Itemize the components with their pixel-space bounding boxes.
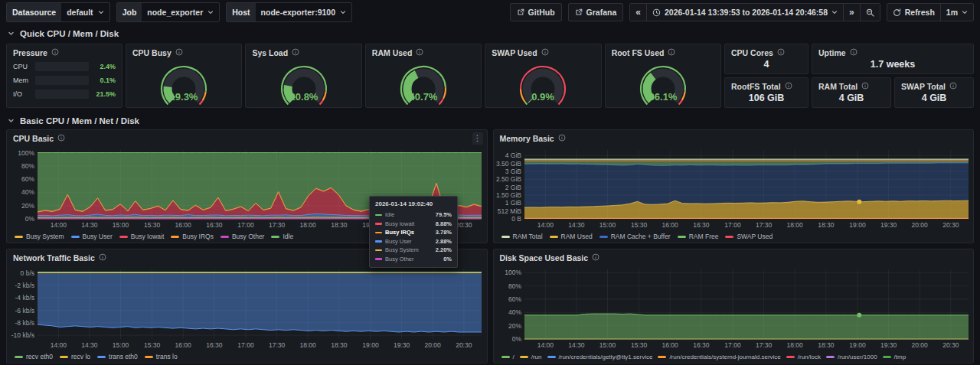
info-icon[interactable] — [292, 48, 299, 57]
tooltip-series-label: Busy IRQs — [385, 229, 433, 236]
legend-item[interactable]: /run/credentials/systemd-journald.servic… — [658, 354, 780, 360]
svg-text:15:00: 15:00 — [599, 221, 616, 229]
network-traffic-chart[interactable]: 0 b/s-2 kb/s-4 kb/s-6 kb/s-8 kb/s-10 kb/… — [8, 266, 483, 349]
variable-value[interactable]: node-exporter:9100 — [256, 3, 351, 21]
svg-text:20:30: 20:30 — [942, 221, 959, 229]
panel-stat-ram-total: RAM Total4 GiB — [812, 77, 891, 108]
variable-value[interactable]: default — [61, 3, 109, 21]
info-icon[interactable] — [51, 48, 59, 57]
info-icon[interactable] — [861, 82, 869, 91]
legend-item[interactable]: Busy Other — [220, 233, 265, 240]
legend-item[interactable]: RAM Free — [678, 233, 719, 240]
series-color-swatch — [375, 249, 382, 252]
panel-title: SWAP Used — [485, 44, 600, 57]
section-title: Quick CPU / Mem / Disk — [20, 29, 119, 38]
svg-text:16:00: 16:00 — [662, 341, 678, 349]
refresh-icon — [893, 8, 901, 17]
legend-item[interactable]: RAM Used — [550, 233, 593, 240]
legend-item[interactable]: trans lo — [145, 353, 178, 360]
zoom-out-button[interactable] — [860, 4, 880, 21]
legend-label: trans eth0 — [109, 353, 138, 360]
tooltip-series-label: Idle — [385, 211, 433, 218]
svg-text:15:30: 15:30 — [144, 221, 161, 229]
variable-datasource[interactable]: Datasource default — [6, 2, 110, 22]
panel-title: Root FS Used — [606, 44, 720, 57]
network-traffic-legend: recv eth0recv lotrans eth0trans lo — [15, 353, 484, 360]
legend-label: RAM Used — [561, 233, 593, 240]
info-icon[interactable] — [777, 48, 785, 57]
legend-item[interactable]: Busy User — [71, 233, 113, 240]
section-quick-cpu-mem-disk[interactable]: Quick CPU / Mem / Disk — [0, 24, 980, 42]
svg-text:512 MiB: 512 MiB — [497, 207, 521, 215]
grafana-link-button[interactable]: Grafana — [568, 3, 624, 21]
info-icon[interactable] — [57, 134, 65, 143]
svg-text:16:00: 16:00 — [175, 341, 192, 349]
series-color-swatch — [501, 236, 510, 238]
legend-label: Busy Iowait — [131, 233, 164, 240]
series-color-swatch — [271, 236, 279, 238]
github-link-button[interactable]: GitHub — [510, 3, 562, 21]
info-icon[interactable] — [416, 48, 423, 57]
stats-grid: CPU Cores4Uptime1.7 weeksRootFS Total106… — [724, 44, 974, 108]
variable-host[interactable]: Host node-exporter:9100 — [226, 2, 352, 22]
svg-text:15:30: 15:30 — [144, 341, 161, 349]
pressure-row-label: CPU — [13, 63, 31, 70]
svg-text:20%: 20% — [21, 202, 34, 210]
svg-text:15:00: 15:00 — [113, 341, 129, 349]
series-color-swatch — [220, 236, 229, 238]
legend-item[interactable]: /run/lock — [786, 354, 821, 360]
svg-text:40%: 40% — [508, 308, 521, 316]
legend-item[interactable]: /tmp — [883, 354, 906, 360]
legend-item[interactable]: /run/user/1000 — [826, 354, 877, 360]
time-shift-back-button[interactable]: « — [630, 4, 646, 21]
svg-text:100%: 100% — [18, 149, 34, 157]
legend-item[interactable]: /run/credentials/getty@tty1.service — [547, 354, 653, 360]
legend-item[interactable]: /run — [520, 354, 542, 360]
variable-label: Job — [117, 3, 142, 21]
panel-title-text: SWAP Total — [901, 82, 946, 91]
svg-text:19:30: 19:30 — [880, 341, 897, 349]
legend-item[interactable]: SWAP Used — [725, 233, 773, 240]
legend-item[interactable]: Busy IRQs — [171, 233, 214, 240]
legend-item[interactable]: recv eth0 — [15, 353, 53, 360]
legend-item[interactable]: / — [501, 354, 514, 360]
panel-title: CPU Basic — [13, 134, 54, 143]
svg-text:-4 kb/s: -4 kb/s — [15, 294, 34, 301]
info-icon[interactable] — [99, 253, 106, 262]
panel-menu-icon[interactable]: ⋮ — [472, 132, 483, 145]
panel-title: Uptime — [812, 44, 973, 57]
legend-item[interactable]: trans eth0 — [97, 353, 138, 360]
svg-text:20%: 20% — [508, 322, 521, 330]
info-icon[interactable] — [558, 134, 566, 143]
section-basic-cpu-mem-net-disk[interactable]: Basic CPU / Mem / Net / Disk — [0, 112, 980, 129]
info-icon[interactable] — [175, 48, 183, 57]
legend-label: RAM Total — [513, 233, 543, 240]
external-link-icon — [517, 8, 524, 16]
info-icon[interactable] — [541, 48, 549, 57]
legend-item[interactable]: recv lo — [60, 353, 90, 360]
svg-text:15:30: 15:30 — [630, 221, 647, 229]
variable-value[interactable]: node_exporter — [142, 3, 219, 21]
info-icon[interactable] — [592, 253, 599, 262]
info-icon[interactable] — [850, 48, 858, 57]
disk-space-chart[interactable]: 0%20%40%60%80%100%14:0014:3015:0015:3016… — [495, 266, 970, 349]
legend-item[interactable]: RAM Total — [501, 233, 543, 240]
svg-text:1.50 GiB: 1.50 GiB — [495, 191, 521, 199]
info-icon[interactable] — [668, 48, 675, 57]
refresh-interval-button[interactable]: 1m — [940, 4, 973, 21]
legend-item[interactable]: RAM Cache + Buffer — [599, 233, 671, 240]
svg-text:60%: 60% — [21, 175, 34, 183]
time-shift-forward-button[interactable]: » — [843, 4, 860, 21]
legend-item[interactable]: Busy System — [15, 233, 64, 240]
legend-item[interactable]: Idle — [271, 233, 293, 240]
time-range-button[interactable]: 2026-01-14 13:39:53 to 2026-01-14 20:46:… — [646, 4, 843, 21]
legend-item[interactable]: Busy Iowait — [119, 233, 164, 240]
panel-title: Sys Load — [246, 44, 361, 57]
memory-basic-chart[interactable]: 0 B512 MiB1 GiB1.50 GiB2 GiB2.50 GiB3 Gi… — [495, 147, 970, 229]
panel-gauge-ram-used: RAM Used40.7% — [365, 44, 482, 108]
info-icon[interactable] — [949, 82, 957, 91]
svg-text:14:30: 14:30 — [568, 221, 585, 229]
refresh-button[interactable]: Refresh — [887, 4, 940, 21]
variable-job[interactable]: Job node_exporter — [116, 2, 220, 22]
info-icon[interactable] — [785, 82, 792, 91]
